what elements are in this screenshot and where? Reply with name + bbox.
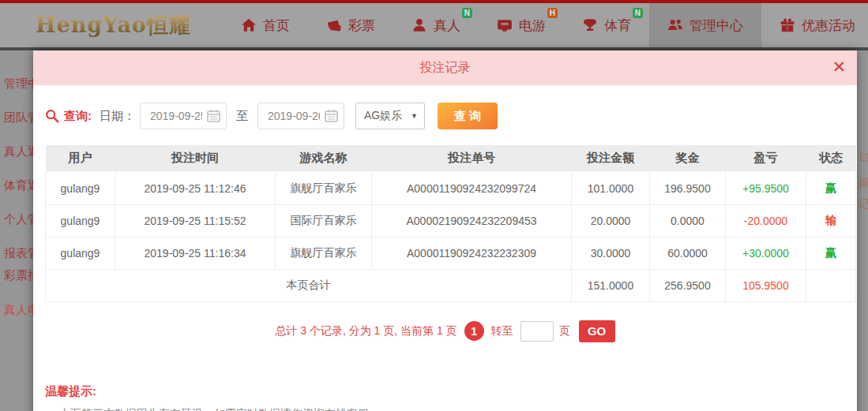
- pagination: 总计 3 个记录, 分为 1 页, 当前第 1 页 1 转至 页 GO: [33, 320, 857, 342]
- go-button[interactable]: GO: [579, 320, 615, 342]
- cell-prize: 0.0000: [650, 204, 726, 237]
- col-profit: 盈亏: [726, 145, 806, 172]
- col-bet-amount: 投注金额: [572, 145, 650, 172]
- table-row: gulang9 2019-09-25 11:12:46 旗舰厅百家乐 A0000…: [46, 172, 856, 204]
- hot-badge: H: [547, 8, 558, 18]
- cell-bet-amount: 30.0000: [572, 237, 650, 269]
- gift-icon: [780, 17, 795, 33]
- cell-user: gulang9: [46, 204, 115, 237]
- cell-bet-amount: 101.0000: [572, 172, 650, 204]
- users-icon: [667, 17, 683, 33]
- nav-item-lottery[interactable]: 彩票: [308, 3, 393, 47]
- cell-profit: +30.0000: [726, 237, 806, 269]
- nav-item-admin-center[interactable]: 管理中心: [649, 3, 761, 47]
- live-person-icon: [411, 17, 427, 33]
- table-header-row: 用户 投注时间 游戏名称 投注单号 投注金额 奖金 盈亏 状态: [46, 145, 856, 172]
- cell-profit: +95.9500: [726, 172, 806, 204]
- modal-title: 投注记录: [420, 60, 471, 77]
- search-button[interactable]: 查 询: [438, 103, 498, 129]
- tips-section: 温馨提示: 上面第三方数据因为存在延迟，如需实时数据请您咨询在线客服: [45, 384, 857, 411]
- table-row: gulang9 2019-09-25 11:16:34 旗舰厅百家乐 A0000…: [46, 237, 856, 269]
- status-badge: 赢: [806, 237, 856, 269]
- query-label: 查询:: [64, 109, 92, 124]
- cell-bet-time: 2019-09-25 11:16:34: [115, 237, 276, 269]
- nav-menu: 首页 彩票 真人 N 电游 H: [223, 3, 868, 47]
- home-icon: [241, 17, 257, 33]
- nav-item-live[interactable]: 真人 N: [393, 3, 479, 47]
- search-icon: [45, 109, 59, 123]
- current-page-button[interactable]: 1: [464, 321, 484, 341]
- site-logo[interactable]: HengYao恒耀: [36, 11, 191, 39]
- lottery-ticket-icon: [326, 17, 342, 33]
- cell-order-no: A00001190924232099724: [372, 172, 572, 204]
- query-toolbar: 查询: 日期： 至 AG娱乐 ▼ 查 询: [45, 103, 857, 129]
- cell-profit: -20.0000: [726, 204, 806, 237]
- goto-page-input[interactable]: [520, 321, 554, 342]
- status-badge: 输: [806, 204, 856, 237]
- date-to-wrap: [257, 103, 344, 129]
- nav-item-label: 彩票: [348, 17, 375, 35]
- col-order-no: 投注单号: [372, 145, 572, 172]
- close-icon[interactable]: ✕: [832, 57, 846, 77]
- platform-select[interactable]: AG娱乐 ▼: [355, 103, 425, 129]
- cell-bet-amount: 20.0000: [572, 204, 650, 237]
- summary-profit-total: 105.9500: [726, 269, 806, 301]
- cell-bet-time: 2019-09-25 11:12:46: [115, 172, 276, 204]
- date-range-to-label: 至: [236, 109, 248, 124]
- navbar: HengYao恒耀 首页 彩票 真人 N 电游: [0, 3, 868, 47]
- bet-records-modal: 投注记录 ✕ 查询: 日期： 至 AG娱乐 ▼ 查 询: [33, 50, 857, 411]
- cell-user: gulang9: [46, 172, 115, 204]
- col-status: 状态: [806, 145, 856, 172]
- cell-game-name: 旗舰厅百家乐: [276, 237, 372, 269]
- date-from-input[interactable]: [140, 103, 227, 129]
- tips-line: 上面第三方数据因为存在延迟，如需实时数据请您咨询在线客服: [59, 407, 857, 411]
- summary-label: 本页合计: [46, 269, 572, 301]
- nav-item-home[interactable]: 首页: [223, 3, 308, 47]
- nav-item-promotions[interactable]: 优惠活动: [761, 3, 868, 47]
- nav-item-label: 管理中心: [690, 17, 743, 35]
- summary-row: 本页合计 151.0000 256.9500 105.9500: [46, 269, 856, 301]
- summary-status-empty: [806, 269, 856, 301]
- col-bet-time: 投注时间: [115, 145, 276, 172]
- platform-select-value: AG娱乐: [364, 109, 402, 123]
- new-badge: N: [462, 8, 472, 18]
- goto-label: 转至: [491, 324, 513, 338]
- cell-prize: 196.9500: [650, 172, 726, 204]
- col-prize: 奖金: [650, 145, 726, 172]
- nav-item-label: 体育 N: [604, 17, 631, 35]
- cell-game-name: 旗舰厅百家乐: [276, 172, 372, 204]
- new-badge: N: [633, 8, 643, 18]
- cell-game-name: 国际厅百家乐: [276, 204, 372, 237]
- nav-item-label: 优惠活动: [802, 17, 855, 35]
- pagination-info: 总计 3 个记录, 分为 1 页, 当前第 1 页: [275, 324, 457, 338]
- tips-title: 温馨提示:: [45, 384, 857, 399]
- cell-user: gulang9: [46, 237, 115, 269]
- col-user: 用户: [46, 145, 115, 172]
- chevron-down-icon: ▼: [411, 112, 418, 120]
- nav-item-label: 真人 N: [434, 17, 460, 35]
- nav-item-label: 首页: [263, 17, 290, 35]
- bet-records-table: 用户 投注时间 游戏名称 投注单号 投注金额 奖金 盈亏 状态 gulang9 …: [45, 145, 856, 302]
- background-text-fragment: 操作: [859, 176, 868, 190]
- trophy-icon: [582, 17, 598, 33]
- status-badge: 赢: [806, 172, 856, 204]
- cell-bet-time: 2019-09-25 11:15:52: [115, 204, 276, 237]
- page-word: 页: [559, 324, 570, 338]
- background-text-fragment: 记: [859, 197, 868, 211]
- background-text-fragment: 台: [859, 150, 868, 164]
- cell-prize: 60.0000: [650, 237, 726, 269]
- table-row: gulang9 2019-09-25 11:15:52 国际厅百家乐 A0000…: [46, 204, 856, 237]
- cell-order-no: A00001190924232232309: [372, 237, 572, 269]
- cell-order-no: A00002190924232209453: [372, 204, 572, 237]
- game-machine-icon: [497, 17, 513, 33]
- modal-header: 投注记录 ✕: [33, 50, 857, 85]
- summary-prize-total: 256.9500: [650, 269, 726, 301]
- nav-item-label: 电游 H: [519, 17, 546, 35]
- nav-item-sports[interactable]: 体育 N: [564, 3, 649, 47]
- date-from-wrap: [140, 103, 227, 129]
- summary-bet-total: 151.0000: [572, 269, 650, 301]
- date-label: 日期：: [100, 109, 135, 124]
- col-game-name: 游戏名称: [276, 145, 372, 172]
- nav-item-egames[interactable]: 电游 H: [479, 3, 564, 47]
- date-to-input[interactable]: [257, 103, 344, 129]
